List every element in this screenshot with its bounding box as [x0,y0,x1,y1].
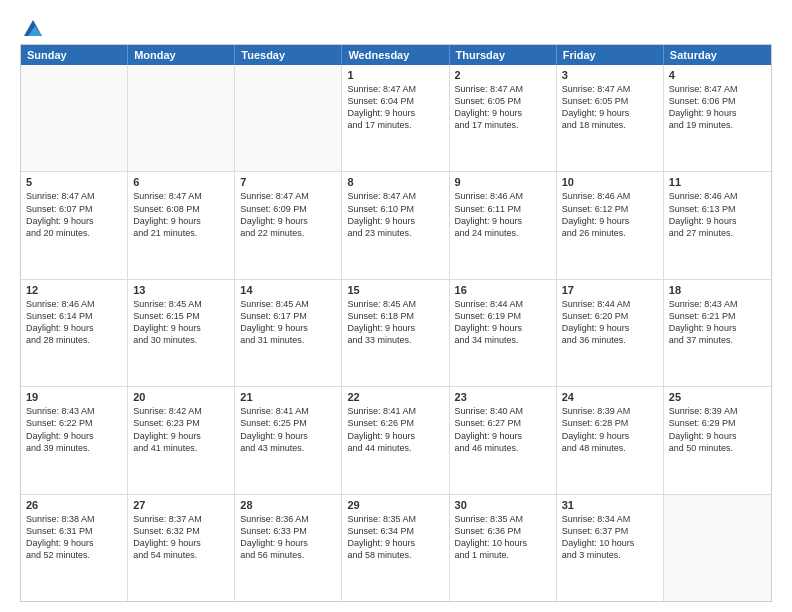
calendar-cell: 30Sunrise: 8:35 AM Sunset: 6:36 PM Dayli… [450,495,557,601]
day-info: Sunrise: 8:41 AM Sunset: 6:25 PM Dayligh… [240,405,336,454]
header-day-friday: Friday [557,45,664,65]
logo-icon [22,18,44,40]
day-number: 31 [562,499,658,511]
day-info: Sunrise: 8:46 AM Sunset: 6:11 PM Dayligh… [455,190,551,239]
calendar-cell: 14Sunrise: 8:45 AM Sunset: 6:17 PM Dayli… [235,280,342,386]
day-number: 21 [240,391,336,403]
calendar-cell: 19Sunrise: 8:43 AM Sunset: 6:22 PM Dayli… [21,387,128,493]
day-number: 2 [455,69,551,81]
day-info: Sunrise: 8:38 AM Sunset: 6:31 PM Dayligh… [26,513,122,562]
calendar-cell: 16Sunrise: 8:44 AM Sunset: 6:19 PM Dayli… [450,280,557,386]
day-number: 6 [133,176,229,188]
day-number: 13 [133,284,229,296]
day-number: 25 [669,391,766,403]
calendar-cell: 22Sunrise: 8:41 AM Sunset: 6:26 PM Dayli… [342,387,449,493]
day-number: 11 [669,176,766,188]
calendar-cell: 17Sunrise: 8:44 AM Sunset: 6:20 PM Dayli… [557,280,664,386]
calendar-body: 1Sunrise: 8:47 AM Sunset: 6:04 PM Daylig… [21,65,771,601]
logo [20,18,44,36]
calendar-cell: 23Sunrise: 8:40 AM Sunset: 6:27 PM Dayli… [450,387,557,493]
calendar-cell: 6Sunrise: 8:47 AM Sunset: 6:08 PM Daylig… [128,172,235,278]
day-number: 14 [240,284,336,296]
day-number: 22 [347,391,443,403]
header-day-wednesday: Wednesday [342,45,449,65]
calendar-cell: 10Sunrise: 8:46 AM Sunset: 6:12 PM Dayli… [557,172,664,278]
calendar-row-3: 12Sunrise: 8:46 AM Sunset: 6:14 PM Dayli… [21,279,771,386]
day-number: 10 [562,176,658,188]
day-number: 20 [133,391,229,403]
calendar-cell: 11Sunrise: 8:46 AM Sunset: 6:13 PM Dayli… [664,172,771,278]
header-day-tuesday: Tuesday [235,45,342,65]
day-info: Sunrise: 8:47 AM Sunset: 6:10 PM Dayligh… [347,190,443,239]
day-info: Sunrise: 8:47 AM Sunset: 6:07 PM Dayligh… [26,190,122,239]
header-day-sunday: Sunday [21,45,128,65]
day-info: Sunrise: 8:39 AM Sunset: 6:28 PM Dayligh… [562,405,658,454]
calendar-cell: 2Sunrise: 8:47 AM Sunset: 6:05 PM Daylig… [450,65,557,171]
calendar-cell: 7Sunrise: 8:47 AM Sunset: 6:09 PM Daylig… [235,172,342,278]
day-info: Sunrise: 8:35 AM Sunset: 6:34 PM Dayligh… [347,513,443,562]
calendar-header: SundayMondayTuesdayWednesdayThursdayFrid… [21,45,771,65]
day-info: Sunrise: 8:44 AM Sunset: 6:20 PM Dayligh… [562,298,658,347]
day-info: Sunrise: 8:36 AM Sunset: 6:33 PM Dayligh… [240,513,336,562]
day-info: Sunrise: 8:43 AM Sunset: 6:21 PM Dayligh… [669,298,766,347]
calendar-cell: 5Sunrise: 8:47 AM Sunset: 6:07 PM Daylig… [21,172,128,278]
day-info: Sunrise: 8:42 AM Sunset: 6:23 PM Dayligh… [133,405,229,454]
calendar-row-1: 1Sunrise: 8:47 AM Sunset: 6:04 PM Daylig… [21,65,771,171]
day-info: Sunrise: 8:46 AM Sunset: 6:13 PM Dayligh… [669,190,766,239]
day-number: 16 [455,284,551,296]
day-number: 3 [562,69,658,81]
day-number: 18 [669,284,766,296]
calendar-row-4: 19Sunrise: 8:43 AM Sunset: 6:22 PM Dayli… [21,386,771,493]
day-number: 24 [562,391,658,403]
day-info: Sunrise: 8:47 AM Sunset: 6:05 PM Dayligh… [562,83,658,132]
day-info: Sunrise: 8:35 AM Sunset: 6:36 PM Dayligh… [455,513,551,562]
day-number: 7 [240,176,336,188]
day-info: Sunrise: 8:45 AM Sunset: 6:15 PM Dayligh… [133,298,229,347]
day-info: Sunrise: 8:39 AM Sunset: 6:29 PM Dayligh… [669,405,766,454]
day-number: 15 [347,284,443,296]
day-info: Sunrise: 8:45 AM Sunset: 6:17 PM Dayligh… [240,298,336,347]
day-number: 26 [26,499,122,511]
day-info: Sunrise: 8:46 AM Sunset: 6:14 PM Dayligh… [26,298,122,347]
calendar-cell: 27Sunrise: 8:37 AM Sunset: 6:32 PM Dayli… [128,495,235,601]
header [20,18,772,36]
calendar-cell: 4Sunrise: 8:47 AM Sunset: 6:06 PM Daylig… [664,65,771,171]
calendar-row-5: 26Sunrise: 8:38 AM Sunset: 6:31 PM Dayli… [21,494,771,601]
day-number: 12 [26,284,122,296]
calendar-cell: 21Sunrise: 8:41 AM Sunset: 6:25 PM Dayli… [235,387,342,493]
day-number: 28 [240,499,336,511]
day-number: 8 [347,176,443,188]
header-day-saturday: Saturday [664,45,771,65]
calendar-cell: 29Sunrise: 8:35 AM Sunset: 6:34 PM Dayli… [342,495,449,601]
day-number: 19 [26,391,122,403]
calendar-cell: 15Sunrise: 8:45 AM Sunset: 6:18 PM Dayli… [342,280,449,386]
day-info: Sunrise: 8:43 AM Sunset: 6:22 PM Dayligh… [26,405,122,454]
calendar-cell: 12Sunrise: 8:46 AM Sunset: 6:14 PM Dayli… [21,280,128,386]
day-info: Sunrise: 8:47 AM Sunset: 6:06 PM Dayligh… [669,83,766,132]
calendar-cell: 31Sunrise: 8:34 AM Sunset: 6:37 PM Dayli… [557,495,664,601]
calendar-cell [664,495,771,601]
header-day-thursday: Thursday [450,45,557,65]
header-day-monday: Monday [128,45,235,65]
day-number: 30 [455,499,551,511]
calendar-cell: 25Sunrise: 8:39 AM Sunset: 6:29 PM Dayli… [664,387,771,493]
day-number: 23 [455,391,551,403]
page: SundayMondayTuesdayWednesdayThursdayFrid… [0,0,792,612]
day-number: 9 [455,176,551,188]
calendar-cell: 28Sunrise: 8:36 AM Sunset: 6:33 PM Dayli… [235,495,342,601]
calendar-cell: 1Sunrise: 8:47 AM Sunset: 6:04 PM Daylig… [342,65,449,171]
calendar-row-2: 5Sunrise: 8:47 AM Sunset: 6:07 PM Daylig… [21,171,771,278]
calendar-cell: 3Sunrise: 8:47 AM Sunset: 6:05 PM Daylig… [557,65,664,171]
day-info: Sunrise: 8:47 AM Sunset: 6:05 PM Dayligh… [455,83,551,132]
day-info: Sunrise: 8:46 AM Sunset: 6:12 PM Dayligh… [562,190,658,239]
calendar-cell: 8Sunrise: 8:47 AM Sunset: 6:10 PM Daylig… [342,172,449,278]
day-number: 29 [347,499,443,511]
day-number: 17 [562,284,658,296]
calendar-cell: 24Sunrise: 8:39 AM Sunset: 6:28 PM Dayli… [557,387,664,493]
calendar-cell: 20Sunrise: 8:42 AM Sunset: 6:23 PM Dayli… [128,387,235,493]
calendar-cell [21,65,128,171]
day-info: Sunrise: 8:40 AM Sunset: 6:27 PM Dayligh… [455,405,551,454]
day-info: Sunrise: 8:34 AM Sunset: 6:37 PM Dayligh… [562,513,658,562]
day-info: Sunrise: 8:47 AM Sunset: 6:04 PM Dayligh… [347,83,443,132]
calendar-cell [235,65,342,171]
